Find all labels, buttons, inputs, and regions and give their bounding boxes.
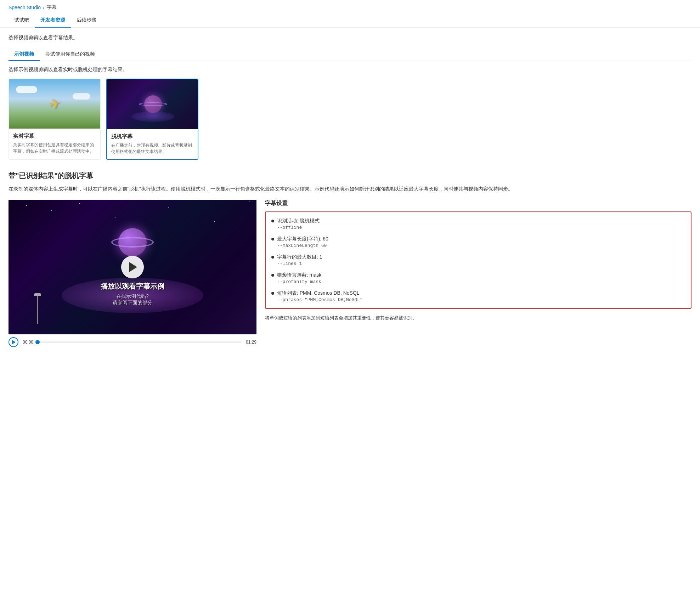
setting-code-4: --phrases "PMM;Cosmos DB;NoSQL": [277, 297, 685, 302]
section-desc: 在录制的媒体内容上生成字幕时，可以在广播内容之前"脱机"执行该过程。使用脱机模式…: [9, 185, 691, 193]
video-thumbnail-realtime: [9, 79, 101, 129]
video-card-desc-realtime: 为实时字幕的使用创建具有稳定部分结果的字幕，例如在实时广播或流式处理活动中。: [13, 142, 96, 154]
setting-item-1: 最大字幕长度(字符): 60 --maxLineLength 60: [271, 236, 685, 248]
setting-code-0: --offline: [277, 225, 685, 230]
settings-box: 识别活动: 脱机模式 --offline 最大字幕长度(字符): 60 --ma…: [265, 211, 691, 309]
star-5: [168, 207, 169, 208]
video-card-desc-offline: 在广播之前，对现有视频、影片或音频录制使用格式化的最终文本结果。: [111, 142, 193, 155]
star-4: [115, 217, 115, 218]
breadcrumb-current: 字幕: [47, 4, 57, 11]
cloud-decoration-1: [16, 86, 37, 93]
space-glow: [132, 111, 174, 122]
breadcrumb: Speech Studio › 字幕: [0, 0, 700, 13]
settings-panel: 字幕设置 识别活动: 脱机模式 --offline 最大字幕长度(字符): 60: [265, 200, 691, 322]
play-button[interactable]: [121, 256, 144, 278]
setting-item-2: 字幕行的最大数目: 1 --lines 1: [271, 254, 685, 266]
bullet-3: [271, 274, 274, 277]
subtab-own[interactable]: 尝试使用你自己的视频: [40, 48, 101, 61]
video-card-info-offline: 脱机字幕 在广播之前，对现有视频、影片或音频录制使用格式化的最终文本结果。: [107, 129, 198, 159]
bullet-0: [271, 220, 274, 222]
lamp-head: [34, 293, 41, 296]
star-8: [249, 202, 250, 202]
setting-item-0: 识别活动: 脱机模式 --offline: [271, 218, 685, 230]
player-overlay-sub1: 在找示例代码?: [101, 293, 164, 300]
setting-item-3: 猥亵语言屏蔽: mask --profanity mask: [271, 272, 685, 284]
play-icon-small[interactable]: [9, 337, 18, 347]
bullet-4: [271, 292, 274, 295]
star-3: [79, 203, 80, 204]
star-7: [239, 232, 239, 232]
time-end: 01:29: [246, 340, 256, 345]
video-player-container: 播放以观看字幕示例 在找示例代码? 请参阅下面的部分 00:00 01:29: [9, 200, 256, 350]
player-overlay-sub2: 请参阅下面的部分: [101, 300, 164, 306]
setting-content-4: 短语列表: PMM, Cosmos DB, NoSQL --phrases "P…: [277, 290, 685, 302]
setting-code-1: --maxLineLength 60: [277, 243, 685, 248]
player-controls: 00:00 01:29: [9, 334, 256, 350]
setting-content-1: 最大字幕长度(字符): 60 --maxLineLength 60: [277, 236, 685, 248]
bullet-2: [271, 256, 274, 259]
video-thumbnail-offline: [107, 79, 198, 129]
star-2: [51, 210, 52, 211]
video-card-title-offline: 脱机字幕: [111, 133, 193, 140]
setting-content-3: 猥亵语言屏蔽: mask --profanity mask: [277, 272, 685, 284]
setting-label-3: 猥亵语言屏蔽: mask: [277, 272, 685, 278]
settings-list: 识别活动: 脱机模式 --offline 最大字幕长度(字符): 60 --ma…: [271, 218, 685, 302]
planet-ring: [139, 102, 167, 106]
video-cards: 实时字幕 为实时字幕的使用创建具有稳定部分结果的字幕，例如在实时广播或流式处理活…: [9, 79, 691, 160]
setting-content-0: 识别活动: 脱机模式 --offline: [277, 218, 685, 230]
progress-dot: [35, 340, 40, 344]
settings-note: 将单词或短语的列表添加到短语列表会增加其重要性，使其更容易被识别。: [265, 315, 691, 322]
sub-description: 选择示例视频剪辑以查看实时或脱机处理的字幕结果。: [9, 67, 691, 73]
cloud-decoration-2: [73, 93, 90, 100]
video-card-realtime[interactable]: 实时字幕 为实时字幕的使用创建具有稳定部分结果的字幕，例如在实时广播或流式处理活…: [9, 79, 101, 160]
play-triangle-icon: [129, 262, 137, 272]
settings-title: 字幕设置: [265, 200, 691, 207]
section-heading: 带"已识别结果"的脱机字幕: [9, 171, 691, 181]
video-card-info-realtime: 实时字幕 为实时字幕的使用创建具有稳定部分结果的字幕，例如在实时广播或流式处理活…: [9, 129, 100, 159]
sub-tabs: 示例视频 尝试使用你自己的视频: [9, 48, 691, 61]
breadcrumb-separator: ›: [43, 5, 45, 10]
setting-label-4: 短语列表: PMM, Cosmos DB, NoSQL: [277, 290, 685, 296]
star-1: [26, 205, 27, 206]
tab-try[interactable]: 试试吧: [9, 13, 35, 28]
play-triangle-small-icon: [12, 340, 16, 344]
star-6: [214, 221, 215, 222]
page-content: 选择视频剪辑以查看字幕结果。 示例视频 尝试使用你自己的视频 选择示例视频剪辑以…: [0, 28, 700, 357]
thumbnail-space-image: [107, 79, 198, 129]
player-settings-row: 播放以观看字幕示例 在找示例代码? 请参阅下面的部分 00:00 01:29: [9, 200, 691, 350]
player-planet-ring: [111, 237, 154, 248]
subtab-example[interactable]: 示例视频: [9, 48, 40, 61]
setting-label-1: 最大字幕长度(字符): 60: [277, 236, 685, 242]
page-subtitle: 选择视频剪辑以查看字幕结果。: [9, 35, 691, 41]
setting-code-3: --profanity mask: [277, 279, 685, 284]
time-start: 00:00: [23, 340, 33, 345]
setting-label-0: 识别活动: 脱机模式: [277, 218, 685, 224]
setting-code-2: --lines 1: [277, 261, 685, 266]
player-overlay-title: 播放以观看字幕示例: [101, 282, 164, 291]
video-card-offline[interactable]: 脱机字幕 在广播之前，对现有视频、影片或音频录制使用格式化的最终文本结果。: [106, 79, 198, 160]
setting-content-2: 字幕行的最大数目: 1 --lines 1: [277, 254, 685, 266]
lamp-post: [37, 295, 38, 324]
top-tabs: 试试吧 开发者资源 后续步骤: [0, 13, 700, 28]
player-overlay-text: 播放以观看字幕示例 在找示例代码? 请参阅下面的部分: [101, 282, 164, 306]
bullet-1: [271, 238, 274, 240]
video-card-title-realtime: 实时字幕: [13, 133, 96, 140]
video-player[interactable]: 播放以观看字幕示例 在找示例代码? 请参阅下面的部分: [9, 200, 256, 334]
tab-devresource[interactable]: 开发者资源: [35, 13, 71, 28]
setting-item-4: 短语列表: PMM, Cosmos DB, NoSQL --phrases "P…: [271, 290, 685, 302]
breadcrumb-parent[interactable]: Speech Studio: [9, 5, 41, 10]
tab-nextsteps[interactable]: 后续步骤: [71, 13, 102, 28]
progress-bar[interactable]: [38, 341, 242, 343]
thumbnail-plane-image: [9, 79, 101, 129]
setting-label-2: 字幕行的最大数目: 1: [277, 254, 685, 260]
